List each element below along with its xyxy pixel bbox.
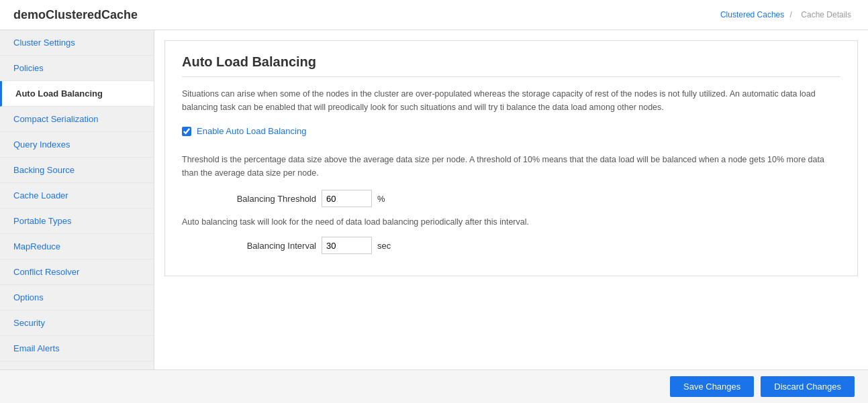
sidebar-item-policies[interactable]: Policies bbox=[0, 56, 154, 81]
sidebar-item-cache-loader[interactable]: Cache Loader bbox=[0, 183, 154, 209]
breadcrumb: Clustered Caches / Cache Details bbox=[720, 10, 855, 19]
balancing-threshold-label: Balancing Threshold bbox=[182, 194, 316, 204]
enable-auto-load-balancing-checkbox[interactable] bbox=[182, 127, 191, 136]
threshold-section: Threshold is the percentage data size ab… bbox=[182, 153, 840, 254]
main-content: Auto Load Balancing Situations can arise… bbox=[154, 30, 868, 369]
enable-checkbox-row[interactable]: Enable Auto Load Balancing bbox=[182, 126, 840, 136]
balancing-interval-label: Balancing Interval bbox=[182, 241, 316, 251]
balancing-interval-input[interactable] bbox=[322, 237, 372, 254]
sidebar-item-mapreduce[interactable]: MapReduce bbox=[0, 234, 154, 260]
sidebar-item-conflict-resolver[interactable]: Conflict Resolver bbox=[0, 260, 154, 285]
enable-checkbox-label[interactable]: Enable Auto Load Balancing bbox=[197, 126, 306, 136]
sidebar-item-auto-load-balancing[interactable]: Auto Load Balancing bbox=[0, 81, 154, 107]
balancing-interval-unit: sec bbox=[377, 241, 391, 251]
save-button[interactable]: Save Changes bbox=[670, 376, 754, 397]
balancing-interval-row: Balancing Interval sec bbox=[182, 237, 840, 254]
balancing-threshold-unit: % bbox=[377, 194, 385, 204]
footer-bar: Save Changes Discard Changes bbox=[0, 369, 868, 403]
sidebar-item-cluster-settings[interactable]: Cluster Settings bbox=[0, 30, 154, 56]
main-layout: Cluster SettingsPoliciesAuto Load Balanc… bbox=[0, 30, 868, 369]
sidebar-item-portable-types[interactable]: Portable Types bbox=[0, 209, 154, 234]
panel-title: Auto Load Balancing bbox=[182, 54, 840, 77]
sidebar-item-query-indexes[interactable]: Query Indexes bbox=[0, 132, 154, 158]
balancing-threshold-input[interactable] bbox=[322, 190, 372, 207]
discard-button[interactable]: Discard Changes bbox=[761, 376, 855, 397]
content-panel: Auto Load Balancing Situations can arise… bbox=[164, 40, 858, 276]
app-title: demoClusteredCache bbox=[13, 8, 138, 22]
sidebar-item-email-alerts[interactable]: Email Alerts bbox=[0, 336, 154, 361]
sidebar-item-compact-serialization[interactable]: Compact Serialization bbox=[0, 107, 154, 132]
breadcrumb-current: Cache Details bbox=[801, 10, 851, 19]
interval-description: Auto balancing task will look for the ne… bbox=[182, 215, 840, 229]
app-header: demoClusteredCache Clustered Caches / Ca… bbox=[0, 0, 868, 30]
breadcrumb-parent[interactable]: Clustered Caches bbox=[720, 10, 784, 19]
breadcrumb-separator: / bbox=[790, 10, 792, 19]
sidebar: Cluster SettingsPoliciesAuto Load Balanc… bbox=[0, 30, 154, 369]
intro-description: Situations can arise when some of the no… bbox=[182, 87, 840, 114]
balancing-threshold-row: Balancing Threshold % bbox=[182, 190, 840, 207]
sidebar-item-options[interactable]: Options bbox=[0, 285, 154, 310]
threshold-description: Threshold is the percentage data size ab… bbox=[182, 153, 840, 180]
sidebar-item-security[interactable]: Security bbox=[0, 310, 154, 336]
sidebar-item-backing-source[interactable]: Backing Source bbox=[0, 158, 154, 183]
